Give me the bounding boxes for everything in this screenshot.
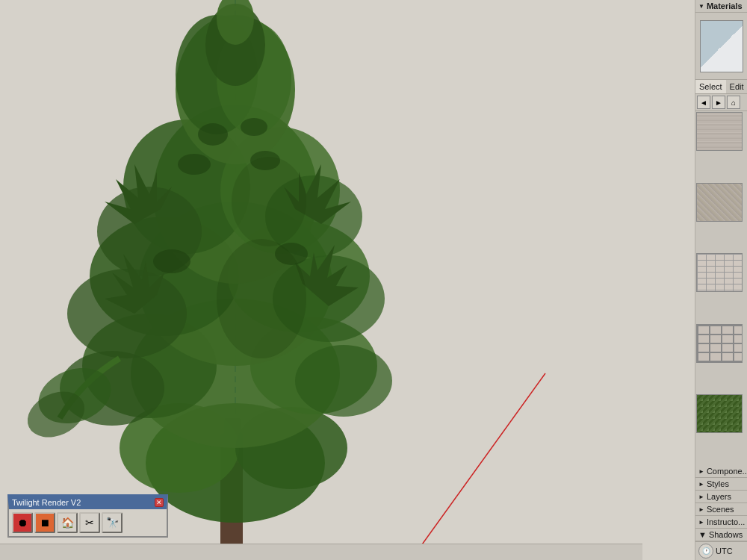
viewport[interactable]: Twilight Render V2 ✕ ⏺ ⏹ 🏠 ✂ 🔭	[0, 0, 695, 560]
twilight-close-button[interactable]: ✕	[155, 498, 164, 507]
right-panel: ▼ Materials Select Edit ◄ ► ⌂	[695, 0, 747, 560]
instructor-label: Instructo...	[707, 517, 745, 526]
material-main-swatch[interactable]	[700, 20, 743, 72]
svg-point-30	[198, 123, 228, 146]
components-label: Compone...	[707, 467, 747, 476]
nav-home-button[interactable]: ⌂	[727, 96, 740, 109]
time-bar: 🕐 UTC	[695, 541, 747, 560]
instructor-panel-item[interactable]: ► Instructo...	[695, 516, 747, 529]
twilight-render-window[interactable]: Twilight Render V2 ✕ ⏺ ⏹ 🏠 ✂ 🔭	[7, 494, 168, 538]
instructor-arrow-icon: ►	[698, 519, 704, 526]
materials-arrow-icon: ▼	[698, 3, 704, 10]
scenes-panel-item[interactable]: ► Scenes	[695, 503, 747, 516]
material-thumb-concrete[interactable]	[696, 183, 743, 222]
components-panel-item[interactable]: ► Compone...	[695, 465, 747, 478]
shadows-panel-header[interactable]: ▼ Shadows	[695, 529, 747, 541]
tree-scene	[0, 0, 695, 560]
shadows-label: Shadows	[709, 530, 743, 539]
shadows-arrow-icon: ▼	[698, 530, 707, 539]
twilight-binoculars-button[interactable]: 🔭	[102, 512, 123, 533]
twilight-scissors-button[interactable]: ✂	[79, 512, 100, 533]
material-thumb-tile[interactable]	[696, 253, 743, 292]
layers-arrow-icon: ►	[698, 494, 704, 500]
materials-preview-area	[695, 13, 747, 80]
svg-point-32	[178, 154, 211, 175]
layers-panel-item[interactable]: ► Layers	[695, 491, 747, 503]
styles-label: Styles	[707, 479, 729, 488]
utc-label: UTC	[716, 547, 733, 556]
twilight-toolbar: ⏺ ⏹ 🏠 ✂ 🔭	[9, 509, 167, 536]
twilight-start-button[interactable]: ⏺	[12, 512, 33, 533]
svg-point-16	[67, 269, 187, 358]
material-nav: ◄ ► ⌂	[695, 94, 747, 111]
materials-label: Materials	[707, 1, 743, 10]
select-tab[interactable]: Select	[695, 80, 726, 93]
nav-forward-button[interactable]: ►	[712, 96, 725, 109]
scenes-arrow-icon: ►	[698, 506, 704, 513]
svg-point-36	[217, 239, 306, 358]
svg-point-31	[241, 118, 267, 136]
twilight-titlebar: Twilight Render V2 ✕	[9, 496, 167, 509]
edit-tab[interactable]: Edit	[726, 80, 747, 93]
material-tabs: Select Edit	[695, 80, 747, 94]
styles-arrow-icon: ►	[698, 481, 704, 488]
twilight-title: Twilight Render V2	[12, 498, 81, 507]
components-arrow-icon: ►	[698, 468, 704, 475]
material-thumb-stone[interactable]	[696, 112, 743, 151]
nav-back-button[interactable]: ◄	[697, 96, 710, 109]
styles-panel-item[interactable]: ► Styles	[695, 478, 747, 491]
material-thumb-grass[interactable]	[696, 394, 743, 433]
layers-label: Layers	[707, 492, 731, 501]
twilight-stop-button[interactable]: ⏹	[34, 512, 55, 533]
scenes-label: Scenes	[707, 505, 734, 514]
svg-point-12	[295, 345, 392, 417]
materials-panel-header[interactable]: ▼ Materials	[695, 0, 747, 13]
svg-point-37	[232, 157, 306, 246]
twilight-home-button[interactable]: 🏠	[57, 512, 78, 533]
material-grid	[695, 111, 747, 465]
material-thumb-grid[interactable]	[696, 324, 743, 363]
time-icon: 🕐	[698, 544, 713, 559]
svg-point-34	[153, 249, 190, 273]
status-bar	[0, 544, 642, 560]
